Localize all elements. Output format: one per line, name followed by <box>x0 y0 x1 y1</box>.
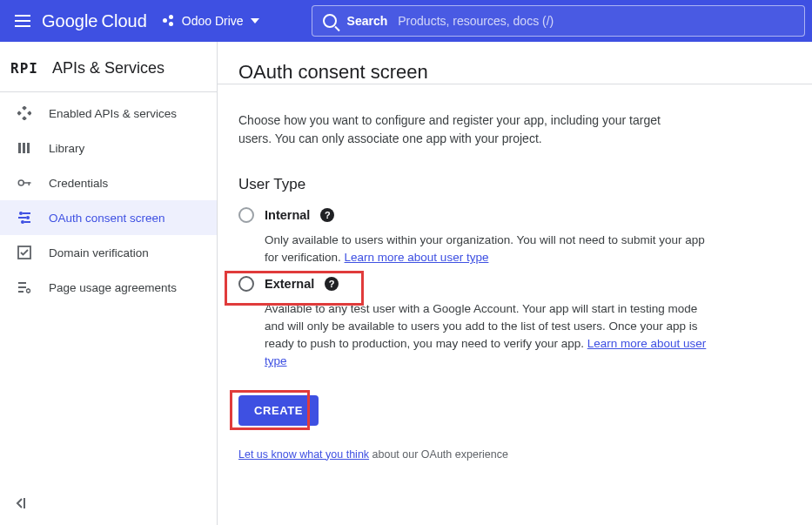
radio-external[interactable] <box>238 276 254 292</box>
collapse-sidebar-icon[interactable] <box>12 495 30 513</box>
svg-rect-9 <box>29 182 30 185</box>
diamond-icon <box>16 104 33 122</box>
learn-more-internal-link[interactable]: Learn more about user type <box>345 251 489 264</box>
svg-rect-15 <box>24 221 30 223</box>
main-content: OAuth consent screen Choose how you want… <box>218 42 812 525</box>
sidebar: RPI APIs & Services Enabled APIs & servi… <box>0 42 218 525</box>
svg-point-20 <box>27 289 30 293</box>
svg-point-10 <box>19 212 23 215</box>
title-divider <box>218 84 812 84</box>
svg-rect-18 <box>18 286 26 288</box>
create-button[interactable]: Create <box>238 395 319 426</box>
tune-icon <box>16 209 33 226</box>
brand-logo[interactable]: Google Cloud <box>42 11 147 31</box>
sidebar-item-label: Enabled APIs & services <box>49 107 177 120</box>
svg-rect-13 <box>18 217 26 219</box>
feedback-line: Let us know what you think about our OAu… <box>238 448 791 461</box>
sidebar-divider <box>0 91 217 92</box>
sidebar-item-enabled-apis[interactable]: Enabled APIs & services <box>0 96 217 131</box>
radio-internal[interactable] <box>238 207 254 223</box>
option-internal-desc: Only available to users within your orga… <box>265 232 717 267</box>
sidebar-item-credentials[interactable]: Credentials <box>0 165 217 200</box>
sidebar-header[interactable]: RPI APIs & Services <box>0 52 217 91</box>
svg-rect-2 <box>27 111 31 116</box>
svg-rect-17 <box>18 282 26 284</box>
option-internal-label: Internal <box>265 208 310 222</box>
user-type-heading: User Type <box>238 176 791 193</box>
option-external-desc: Available to any test user with a Google… <box>265 300 717 371</box>
sidebar-item-library[interactable]: Library <box>0 131 217 165</box>
hamburger-menu-icon[interactable] <box>12 10 33 31</box>
svg-rect-3 <box>22 116 27 120</box>
sidebar-item-label: OAuth consent screen <box>49 212 165 225</box>
svg-rect-4 <box>18 143 21 153</box>
sidebar-item-page-usage-agreements[interactable]: Page usage agreements <box>0 270 217 305</box>
svg-rect-6 <box>27 143 30 153</box>
list-gear-icon <box>16 279 33 296</box>
library-icon <box>16 139 33 157</box>
search-icon <box>323 14 337 28</box>
svg-point-12 <box>26 216 30 219</box>
option-internal: Internal ? <box>238 207 791 223</box>
project-name: Odoo Drive <box>182 14 244 28</box>
search-bar[interactable]: Search Products, resources, docs (/) <box>312 5 805 37</box>
svg-rect-21 <box>23 498 25 508</box>
help-icon[interactable]: ? <box>325 277 339 291</box>
svg-rect-8 <box>23 182 31 184</box>
svg-rect-5 <box>23 143 25 153</box>
sidebar-item-domain-verification[interactable]: Domain verification <box>0 235 217 270</box>
project-icon <box>163 15 175 27</box>
chevron-down-icon <box>251 18 259 24</box>
sidebar-header-label: APIs & Services <box>52 59 164 77</box>
page-title: OAuth consent screen <box>238 61 791 84</box>
option-external-label: External <box>265 277 314 291</box>
svg-rect-1 <box>17 111 22 116</box>
sidebar-item-label: Page usage agreements <box>49 281 177 294</box>
sidebar-item-label: Domain verification <box>49 246 149 259</box>
check-box-icon <box>16 244 33 261</box>
key-icon <box>16 174 33 192</box>
svg-point-14 <box>21 220 24 224</box>
sidebar-item-label: Credentials <box>49 177 108 190</box>
svg-rect-19 <box>18 291 23 293</box>
sidebar-item-oauth-consent[interactable]: OAuth consent screen <box>0 200 217 235</box>
help-icon[interactable]: ? <box>320 208 334 222</box>
option-external: External ? <box>238 276 791 292</box>
search-placeholder: Products, resources, docs (/) <box>398 14 554 28</box>
top-bar: Google Cloud Odoo Drive Search Products,… <box>0 0 812 42</box>
svg-point-7 <box>18 180 23 185</box>
sidebar-item-label: Library <box>49 142 84 155</box>
svg-rect-11 <box>23 212 30 214</box>
apis-icon: RPI <box>10 60 38 77</box>
project-selector[interactable]: Odoo Drive <box>163 14 259 28</box>
feedback-link[interactable]: Let us know what you think <box>238 448 369 461</box>
intro-text: Choose how you want to configure and reg… <box>238 111 691 148</box>
search-label: Search <box>347 14 388 28</box>
svg-rect-0 <box>22 106 27 111</box>
